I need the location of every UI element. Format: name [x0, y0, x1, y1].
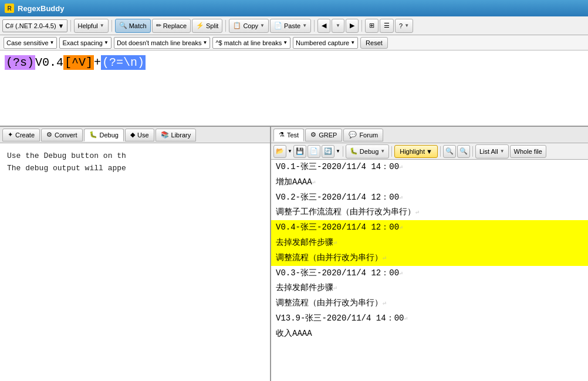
regex-part-lookahead: (?s) — [5, 55, 35, 70]
tab-grep[interactable]: ⚙ GREP — [305, 129, 342, 141]
split-icon: ⚡ — [196, 22, 204, 29]
separator-4 — [314, 20, 315, 32]
whole-file-button[interactable]: Whole file — [510, 145, 546, 158]
zoom-in-button[interactable]: 🔍 — [443, 145, 456, 158]
regex-display: (?s)V0.4[^V]+(?=\n) — [5, 55, 146, 70]
regex-input-area[interactable]: (?s)V0.4[^V]+(?=\n) — [0, 50, 588, 127]
highlight-label: Highlight — [400, 148, 425, 155]
list-all-button[interactable]: List All ▼ — [475, 144, 509, 159]
tab-library[interactable]: 📚 Library — [156, 129, 197, 141]
help-button[interactable]: ? ▼ — [395, 19, 413, 33]
zoom-in-icon: 🔍 — [445, 147, 454, 155]
nav-menu-button[interactable]: ▼ — [332, 19, 344, 33]
left-tab-bar: ✦ Create ⚙ Convert 🐛 Debug ◆ Use 📚 Libra… — [0, 127, 270, 143]
grid-button[interactable]: ⊞ — [365, 19, 379, 33]
dot-option-dropdown[interactable]: Dot doesn't match line breaks ▼ — [114, 37, 211, 49]
nav-back-button[interactable]: ◀ — [317, 19, 330, 33]
open-button[interactable]: 📂 — [273, 145, 286, 158]
tab-convert[interactable]: ⚙ Convert — [41, 129, 83, 141]
tab-use[interactable]: ◆ Use — [125, 129, 154, 141]
right-toolbar-sep-4 — [472, 146, 473, 157]
split-button[interactable]: ⚡ Split — [192, 19, 222, 33]
reset-button[interactable]: Reset — [360, 37, 388, 49]
nav-menu-arrow: ▼ — [336, 23, 340, 28]
numbered-capture-dropdown[interactable]: Numbered capture ▼ — [293, 37, 358, 49]
use-label: Use — [137, 132, 149, 139]
dot-option-arrow: ▼ — [202, 40, 207, 45]
debug-run-arrow: ▼ — [380, 149, 385, 154]
exact-spacing-dropdown[interactable]: Exact spacing ▼ — [59, 37, 111, 49]
text-line-1: 增加AAAA⏎ — [271, 175, 588, 190]
regex-part-lookahead-newline: (?=\n) — [101, 55, 146, 70]
language-dropdown-arrow: ▼ — [58, 22, 65, 29]
match-label: Match — [129, 22, 147, 29]
language-label: C# (.NET 2.0-4.5) — [5, 22, 56, 29]
text-line-6: 调整流程（由并行改为串行）⏎ — [271, 251, 588, 266]
match-button[interactable]: 🔍 Match — [115, 19, 151, 33]
open-dropdown-arrow[interactable]: ▼ — [288, 149, 292, 154]
text-line-8: 去掉发邮件步骤⏎ — [271, 281, 588, 296]
replace-label: Replace — [163, 22, 187, 29]
match-at-line-breaks-dropdown[interactable]: ^$ match at line breaks ▼ — [212, 37, 290, 49]
replace-button[interactable]: ✏ Replace — [152, 19, 191, 33]
tab-forum[interactable]: 💬 Forum — [343, 129, 383, 141]
refresh-dropdown-arrow[interactable]: ▼ — [336, 149, 340, 154]
zoom-out-button[interactable]: 🔍 — [457, 145, 470, 158]
left-content-line-2: The debug output will appe — [7, 163, 263, 175]
separator-2 — [111, 20, 112, 32]
new-button[interactable]: 📄 — [307, 145, 320, 158]
library-icon: 📚 — [161, 131, 169, 139]
helpful-button[interactable]: Helpful ▼ — [74, 19, 109, 33]
tab-test[interactable]: ⚗ Test — [273, 129, 304, 141]
numbered-capture-arrow: ▼ — [350, 40, 355, 45]
convert-label: Convert — [55, 132, 77, 139]
paste-button[interactable]: 📄 Paste ▼ — [270, 19, 311, 33]
line-end-marker-1: ⏎ — [312, 180, 316, 186]
language-selector[interactable]: C# (.NET 2.0-4.5) ▼ — [2, 19, 67, 32]
whole-file-label: Whole file — [514, 148, 542, 155]
debug-run-button[interactable]: 🐛 Debug ▼ — [346, 144, 389, 159]
forum-label: Forum — [359, 132, 378, 139]
right-panel: ⚗ Test ⚙ GREP 💬 Forum 📂 ▼ 💾 📄 — [271, 127, 588, 381]
case-sensitive-dropdown[interactable]: Case sensitive ▼ — [4, 37, 57, 49]
left-panel: ✦ Create ⚙ Convert 🐛 Debug ◆ Use 📚 Libra… — [0, 127, 271, 381]
nav-back-icon: ◀ — [322, 22, 326, 29]
left-content-text-2: The debug output will appe — [7, 164, 126, 173]
nav-forward-button[interactable]: ▶ — [346, 19, 359, 33]
tab-create[interactable]: ✦ Create — [2, 129, 40, 141]
refresh-button[interactable]: 🔄 — [322, 145, 334, 158]
paste-arrow: ▼ — [302, 23, 307, 28]
test-label: Test — [287, 132, 299, 139]
right-toolbar-sep-1 — [343, 146, 343, 157]
line-end-marker-10: ⏎ — [404, 316, 407, 322]
copy-arrow: ▼ — [260, 23, 265, 28]
save-button[interactable]: 💾 — [293, 145, 306, 158]
line-end-marker-9: ⏎ — [383, 301, 386, 307]
copy-icon: 📋 — [233, 22, 241, 29]
right-content[interactable]: V0.1-张三-2020/11/4 14：00⏎增加AAAA⏎V0.2-张三-2… — [271, 160, 588, 381]
case-sensitive-label: Case sensitive — [6, 39, 49, 46]
debug-run-icon: 🐛 — [350, 147, 358, 155]
right-toolbar-sep-3 — [440, 146, 441, 157]
copy-button[interactable]: 📋 Copy ▼ — [229, 19, 269, 33]
list-all-arrow: ▼ — [500, 149, 505, 154]
line-end-marker-3: ⏎ — [415, 210, 419, 216]
left-content-text-1: Use the Debug button on th — [7, 151, 126, 160]
tab-debug[interactable]: 🐛 Debug — [84, 129, 124, 141]
regex-part-char-class: [^V] — [63, 55, 94, 70]
text-line-10: V13.9-张三-2020/11/4 14：00⏎ — [271, 311, 588, 326]
text-line-2: V0.2-张三-2020/11/4 12：00⏎ — [271, 190, 588, 205]
list-icon: ☰ — [384, 22, 390, 29]
exact-spacing-label: Exact spacing — [62, 39, 102, 46]
highlight-button[interactable]: Highlight ▼ — [394, 145, 438, 158]
library-label: Library — [171, 132, 191, 139]
grid-icon: ⊞ — [369, 22, 374, 29]
match-at-line-breaks-label: ^$ match at line breaks — [215, 39, 282, 46]
paste-label: Paste — [284, 22, 300, 29]
help-label: ? — [399, 22, 403, 29]
helpful-arrow: ▼ — [100, 23, 104, 28]
numbered-capture-label: Numbered capture — [296, 39, 349, 46]
test-icon: ⚗ — [279, 131, 285, 139]
list-button[interactable]: ☰ — [380, 19, 394, 33]
text-line-9: 调整流程（由并行改为串行）⏎ — [271, 296, 588, 311]
